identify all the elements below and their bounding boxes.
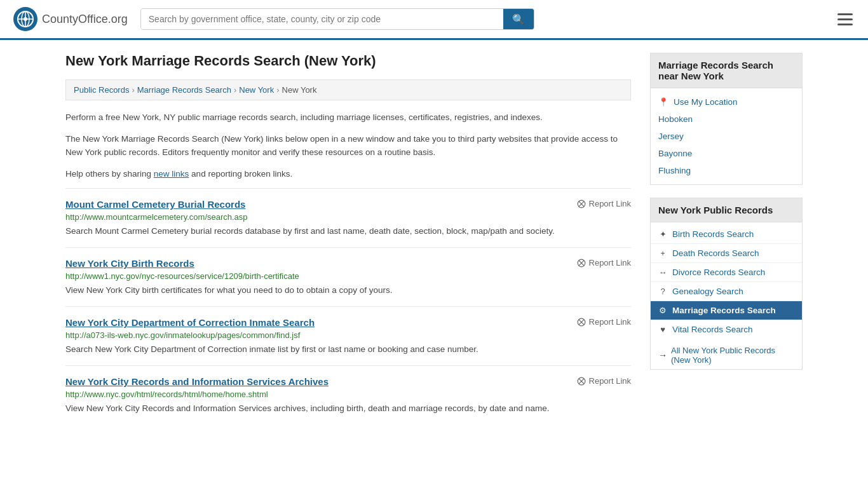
sidebar-record-item-0[interactable]: ✦ Birth Records Search [651,225,802,244]
record-url-2[interactable]: http://a073-ils-web.nyc.gov/inmatelookup… [65,330,631,340]
report-icon-2 [577,318,586,327]
sidebar-record-link-5[interactable]: Vital Records Search [672,325,753,334]
search-input[interactable] [141,9,503,29]
records-container: Mount Carmel Cemetery Burial Records Rep… [65,188,631,424]
search-button[interactable]: 🔍 [503,9,534,29]
menu-line-2 [837,18,853,20]
breadcrumb-link-marriage-records-search[interactable]: Marriage Records Search [137,85,231,95]
breadcrumb-sep-1: › [132,85,134,95]
nearby-place-item[interactable]: Bayonne [651,145,802,162]
sidebar-nearby-list: 📍 Use My Location HobokenJerseyBayonneFl… [651,88,802,184]
report-icon-3 [577,377,586,386]
nearby-place-link-0[interactable]: Hoboken [658,114,693,124]
record-title-2[interactable]: New York City Department of Correction I… [65,317,315,328]
sidebar-record-item-1[interactable]: + Death Records Search [651,244,802,263]
record-title-0[interactable]: Mount Carmel Cemetery Burial Records [65,199,245,210]
record-item: New York City Birth Records Report Link … [65,247,631,306]
record-url-3[interactable]: http://www.nyc.gov/html/records/html/hom… [65,390,631,399]
description-para3: Help others by sharing new links and rep… [65,167,631,181]
sidebar-public-records-section: New York Public Records ✦ Birth Records … [650,198,803,370]
description-para1: Perform a free New York, NY public marri… [65,111,631,125]
nearby-place-item[interactable]: Flushing [651,162,802,179]
sidebar-record-icon-1: + [658,248,667,258]
sidebar-record-link-4[interactable]: Marriage Records Search [672,306,776,315]
nearby-place-link-2[interactable]: Bayonne [658,149,692,158]
record-title-1[interactable]: New York City Birth Records [65,258,194,269]
record-item: New York City Department of Correction I… [65,306,631,365]
report-link-2[interactable]: Report Link [577,317,631,327]
report-icon-0 [577,200,586,208]
search-bar: 🔍 [140,8,534,30]
breadcrumb-current: New York [282,85,317,95]
sidebar-record-item-3[interactable]: ? Genealogy Search [651,282,802,301]
all-records-arrow-icon: → [658,350,667,360]
breadcrumb-link-public-records[interactable]: Public Records [74,85,129,95]
breadcrumb-link-new-york-state[interactable]: New York [239,85,274,95]
all-records-link[interactable]: All New York Public Records (New York) [671,346,794,365]
sidebar-record-link-3[interactable]: Genealogy Search [672,287,743,296]
nearby-places-container: HobokenJerseyBayonneFlushing [651,111,802,179]
record-desc-0: Search Mount Carmel Cemetery burial reco… [65,225,631,238]
sidebar-record-icon-5: ♥ [658,325,667,334]
sidebar-record-link-2[interactable]: Divorce Records Search [672,268,765,277]
nearby-place-link-1[interactable]: Jersey [658,132,684,141]
record-url-0[interactable]: http://www.mountcarmelcemetery.com/searc… [65,212,631,222]
sidebar-record-item-4[interactable]: ⚙ Marriage Records Search [651,301,802,320]
description-para2: The New York Marriage Records Search (Ne… [65,132,631,159]
nearby-place-item[interactable]: Jersey [651,128,802,145]
content-area: New York Marriage Records Search (New Yo… [65,53,631,424]
sidebar-record-link-0[interactable]: Birth Records Search [672,229,754,239]
sidebar-record-item-2[interactable]: ↔ Divorce Records Search [651,263,802,282]
new-links-link[interactable]: new links [154,169,189,179]
record-desc-2: Search New York City Department of Corre… [65,343,631,356]
breadcrumb-sep-2: › [234,85,236,95]
pin-icon: 📍 [658,97,668,107]
record-title-3[interactable]: New York City Records and Information Se… [65,376,329,387]
page-title: New York Marriage Records Search (New Yo… [65,53,631,69]
logo-area[interactable]: CountyOffice.org [13,6,128,32]
record-item: Mount Carmel Cemetery Burial Records Rep… [65,188,631,247]
report-link-1[interactable]: Report Link [577,258,631,268]
site-header: CountyOffice.org 🔍 [0,0,868,40]
sidebar-public-records-title: New York Public Records [651,198,802,222]
record-item: New York City Records and Information Se… [65,365,631,424]
nearby-place-item[interactable]: Hoboken [651,111,802,128]
svg-point-5 [24,17,27,21]
use-my-location-link[interactable]: Use My Location [674,97,738,107]
sidebar-records-list: ✦ Birth Records Search + Death Records S… [651,222,802,341]
all-records-item[interactable]: → All New York Public Records (New York) [651,341,802,369]
use-my-location-item[interactable]: 📍 Use My Location [651,93,802,111]
report-link-3[interactable]: Report Link [577,376,631,386]
main-container: New York Marriage Records Search (New Yo… [53,40,815,437]
nearby-place-link-3[interactable]: Flushing [658,166,691,175]
menu-line-3 [837,24,853,25]
breadcrumb: Public Records › Marriage Records Search… [65,79,631,100]
sidebar-record-icon-3: ? [658,287,667,296]
breadcrumb-sep-3: › [276,85,279,95]
report-link-0[interactable]: Report Link [577,199,631,208]
sidebar: Marriage Records Search near New York 📍 … [650,53,803,424]
sidebar-nearby-section: Marriage Records Search near New York 📍 … [650,53,803,185]
sidebar-record-icon-0: ✦ [658,229,667,239]
record-url-1[interactable]: http://www1.nyc.gov/nyc-resources/servic… [65,271,631,281]
sidebar-nearby-title: Marriage Records Search near New York [651,53,802,88]
report-icon-1 [577,259,586,268]
record-desc-3: View New York City Records and Informati… [65,402,631,416]
record-desc-1: View New York City birth certificates fo… [65,284,631,297]
sidebar-record-icon-2: ↔ [658,268,667,277]
logo-text: CountyOffice.org [42,13,128,26]
sidebar-record-item-5[interactable]: ♥ Vital Records Search [651,320,802,339]
sidebar-record-icon-4: ⚙ [658,306,667,315]
logo-icon [13,6,38,32]
sidebar-record-link-1[interactable]: Death Records Search [672,248,759,258]
hamburger-menu-button[interactable] [835,11,855,28]
menu-line-1 [837,13,853,15]
